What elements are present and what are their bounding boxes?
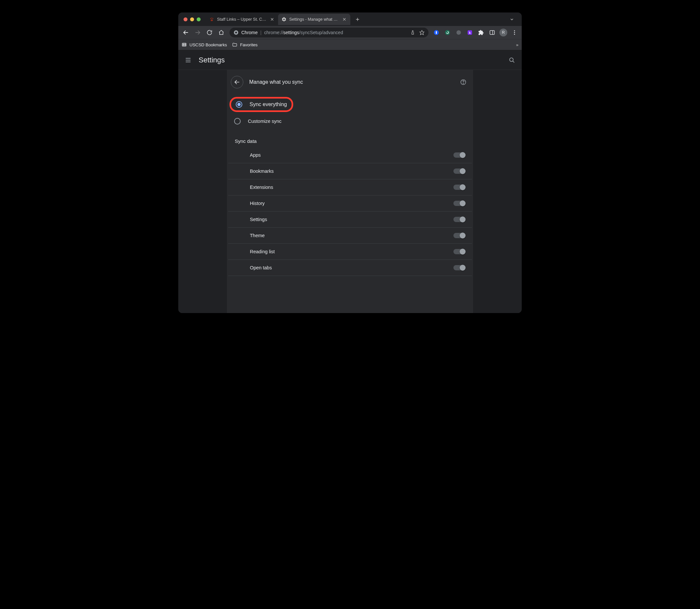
sync-data-list: Apps Bookmarks Extensions History: [227, 147, 473, 276]
chrome-menu-icon[interactable]: [510, 28, 519, 37]
window-traffic-lights: [181, 17, 204, 21]
window-close-button[interactable]: [183, 17, 187, 21]
svg-point-20: [514, 32, 515, 33]
omnibox-origin-label: Chrome: [241, 30, 258, 35]
tab-search-button[interactable]: [507, 15, 517, 24]
settings-header: Settings: [178, 50, 522, 70]
menu-icon[interactable]: [183, 55, 193, 65]
share-icon[interactable]: [410, 30, 415, 35]
toggle-bookmarks[interactable]: [453, 169, 465, 174]
svg-point-19: [514, 30, 515, 31]
toggle-row-theme: Theme: [228, 228, 472, 244]
folder-icon: [232, 42, 237, 47]
toolbar: Chrome | chrome://settings/syncSetup/adv…: [178, 26, 522, 39]
toggle-settings[interactable]: [453, 217, 465, 222]
svg-point-30: [509, 58, 513, 62]
svg-line-31: [513, 61, 515, 63]
svg-marker-10: [419, 30, 424, 34]
profile-avatar[interactable]: R: [499, 28, 508, 37]
page-title: Settings: [199, 56, 225, 64]
back-icon[interactable]: [231, 76, 243, 88]
toggle-row-history: History: [228, 195, 472, 211]
toggle-label: Settings: [250, 217, 453, 222]
svg-rect-17: [490, 31, 495, 34]
svg-rect-23: [183, 44, 184, 44]
toggle-label: History: [250, 201, 453, 206]
star-icon[interactable]: [419, 30, 425, 35]
svg-point-21: [514, 34, 515, 35]
avatar-initial: R: [499, 29, 507, 36]
radio-row-customize[interactable]: Customize sync: [227, 113, 473, 129]
toggle-row-reading-list: Reading list: [228, 244, 472, 260]
svg-rect-25: [183, 45, 184, 46]
new-tab-button[interactable]: [353, 15, 362, 24]
radio-customize-sync[interactable]: [234, 118, 241, 124]
svg-point-0: [210, 18, 211, 19]
panel-header: Manage what you sync: [227, 70, 473, 94]
home-button[interactable]: [216, 27, 227, 38]
window-maximize-button[interactable]: [197, 17, 201, 21]
radio-sync-everything[interactable]: [236, 101, 242, 108]
svg-text:k: k: [469, 31, 471, 34]
omnibox-actions: [410, 30, 425, 35]
toggle-label: Extensions: [250, 185, 453, 190]
toggle-row-bookmarks: Bookmarks: [228, 163, 472, 179]
folder-app-icon: [182, 42, 187, 47]
tab-strip: Staff Links – Upper St. Clair S… ✕ Setti…: [178, 13, 522, 26]
svg-point-14: [456, 30, 461, 35]
forward-button[interactable]: [192, 27, 203, 38]
window-minimize-button[interactable]: [190, 17, 194, 21]
bookmarks-bar: USCSD Bookmarks Favorites »: [178, 39, 522, 50]
side-panel-icon[interactable]: [488, 28, 497, 37]
bookmark-label: Favorites: [240, 42, 257, 47]
tab-close-icon[interactable]: ✕: [342, 17, 347, 22]
extension-1password-icon[interactable]: [432, 28, 441, 37]
toggle-extensions[interactable]: [453, 185, 465, 190]
radio-label: Sync everything: [250, 102, 287, 107]
bookmark-label: USCSD Bookmarks: [190, 42, 227, 47]
toggle-row-apps: Apps: [228, 147, 472, 163]
svg-point-13: [445, 30, 450, 35]
toggle-history[interactable]: [453, 201, 465, 206]
extension-kami-icon[interactable]: k: [465, 28, 474, 37]
extension-icon-grey[interactable]: [454, 28, 463, 37]
toggle-label: Bookmarks: [250, 169, 453, 174]
address-bar[interactable]: Chrome | chrome://settings/syncSetup/adv…: [230, 28, 429, 37]
toggle-apps[interactable]: [453, 152, 465, 158]
tab-staff-links[interactable]: Staff Links – Upper St. Clair S… ✕: [206, 14, 278, 25]
svg-point-3: [211, 19, 213, 21]
svg-point-1: [212, 17, 212, 18]
toggle-open-tabs[interactable]: [453, 265, 465, 270]
reload-button[interactable]: [204, 27, 215, 38]
extension-grammarly-icon[interactable]: [443, 28, 452, 37]
toggle-label: Theme: [250, 233, 453, 238]
omnibox-separator: |: [261, 30, 262, 35]
tab-close-icon[interactable]: ✕: [270, 17, 275, 22]
tab-title: Staff Links – Upper St. Clair S…: [217, 17, 267, 22]
paw-icon: [209, 17, 214, 22]
toggle-theme[interactable]: [453, 233, 465, 238]
svg-point-9: [235, 32, 237, 33]
toggle-reading-list[interactable]: [453, 249, 465, 254]
svg-rect-26: [184, 45, 185, 46]
help-icon[interactable]: [459, 78, 467, 86]
search-icon[interactable]: [507, 55, 517, 65]
bookmark-uscsd[interactable]: USCSD Bookmarks: [182, 42, 227, 47]
extensions-puzzle-icon[interactable]: [477, 28, 486, 37]
tabs: Staff Links – Upper St. Clair S… ✕ Setti…: [206, 14, 362, 25]
sync-panel: Manage what you sync Sync everything: [227, 70, 473, 313]
sync-everything-highlight: Sync everything: [230, 97, 293, 112]
toggle-row-open-tabs: Open tabs: [228, 260, 472, 276]
gear-icon: [281, 17, 287, 22]
tab-title: Settings - Manage what you s…: [289, 17, 339, 22]
bookmark-overflow-icon[interactable]: »: [516, 42, 518, 47]
panel-title: Manage what you sync: [249, 79, 303, 85]
toggle-label: Apps: [250, 152, 453, 158]
toggle-row-extensions: Extensions: [228, 179, 472, 195]
back-button[interactable]: [180, 27, 192, 38]
toggle-label: Open tabs: [250, 265, 453, 270]
tab-settings[interactable]: Settings - Manage what you s… ✕: [278, 14, 350, 25]
settings-page: Settings Manage what you sync: [178, 50, 522, 313]
svg-rect-24: [184, 44, 185, 44]
bookmark-favorites[interactable]: Favorites: [232, 42, 257, 47]
